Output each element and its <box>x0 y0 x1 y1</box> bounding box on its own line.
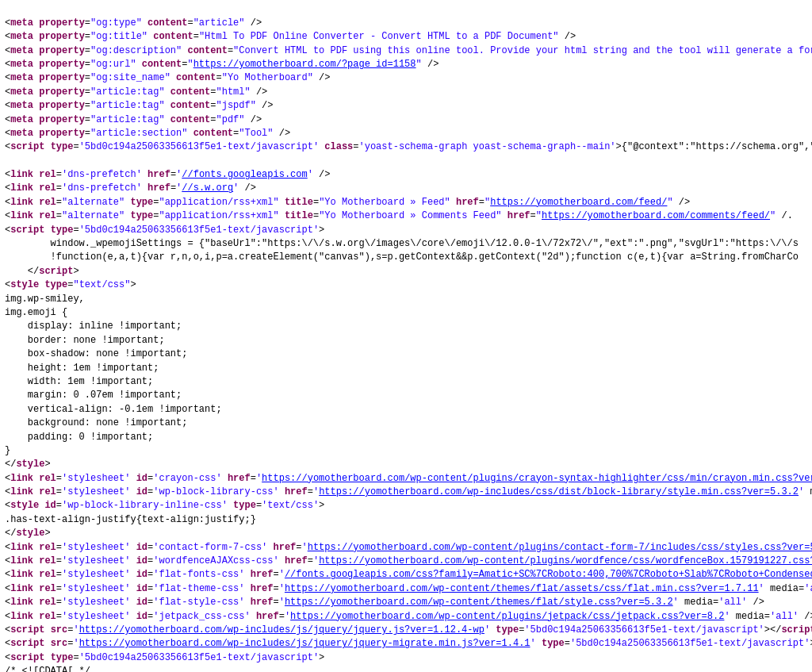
code-line: .has-text-align-justify{text-align:justi… <box>5 513 807 527</box>
code-line: <meta property="og:site_name" content="Y… <box>5 71 807 85</box>
code-line: <link rel='stylesheet' id='wordfenceAJAX… <box>5 555 807 568</box>
code-line: </style> <box>5 527 807 540</box>
code-line: <meta property="article:section" content… <box>5 127 807 140</box>
code-line: <link rel='stylesheet' id='jetpack_css-c… <box>5 610 807 624</box>
code-line: <link rel="alternate" type="application/… <box>5 209 807 223</box>
code-line: width: 1em !important; <box>5 375 807 389</box>
code-line: </style> <box>5 458 807 471</box>
code-line: img.wp-smiley, <box>5 293 807 306</box>
code-line: <script type='5bd0c194a25063356613f5e1-t… <box>5 140 807 154</box>
code-line: <link rel='stylesheet' id='wp-block-libr… <box>5 486 807 499</box>
code-line: margin: 0 .07em !important; <box>5 389 807 402</box>
code-line: height: 1em !important; <box>5 362 807 375</box>
code-line: <script type='5bd0c194a25063356613f5e1-t… <box>5 224 807 237</box>
code-line: <link rel='stylesheet' id='flat-theme-cs… <box>5 582 807 596</box>
code-line: <meta property="og:url" content="https:/… <box>5 58 807 71</box>
code-line: <meta property="og:type" content="articl… <box>5 17 807 30</box>
code-line <box>5 155 807 168</box>
code-line: window._wpemojiSettings = {"baseUrl":"ht… <box>5 237 807 251</box>
code-line: <meta property="article:tag" content="ht… <box>5 86 807 99</box>
code-line: <link rel='dns-prefetch' href='//fonts.g… <box>5 168 807 182</box>
code-line: } <box>5 444 807 458</box>
code-line: <link rel='dns-prefetch' href='//s.w.org… <box>5 182 807 195</box>
code-line: <link rel='stylesheet' id='flat-fonts-cs… <box>5 568 807 582</box>
code-line: /* <![CDATA[ */ <box>5 665 807 672</box>
code-line: <style type="text/css"> <box>5 278 807 292</box>
code-line: display: inline !important; <box>5 320 807 333</box>
code-line: <link rel='stylesheet' id='flat-style-cs… <box>5 596 807 609</box>
code-line: <script src='https://yomotherboard.com/w… <box>5 637 807 651</box>
code-line: padding: 0 !important; <box>5 431 807 444</box>
code-line: </script> <box>5 265 807 278</box>
code-line: img.emoji { <box>5 306 807 320</box>
code-line: <link rel='stylesheet' id='contact-form-… <box>5 541 807 555</box>
code-viewer: <meta property="og:type" content="articl… <box>5 3 807 672</box>
code-line: !function(e,a,t){var r,n,o,i,p=a.createE… <box>5 251 807 264</box>
code-line: <style id='wp-block-library-inline-css' … <box>5 499 807 513</box>
code-line: vertical-align: -0.1em !important; <box>5 403 807 417</box>
code-line: background: none !important; <box>5 417 807 430</box>
code-line: <meta property="og:description" content=… <box>5 44 807 58</box>
code-line: box-shadow: none !important; <box>5 348 807 361</box>
code-line: border: none !important; <box>5 334 807 348</box>
code-line: <script src='https://yomotherboard.com/w… <box>5 624 807 637</box>
code-line: <link rel='stylesheet' id='crayon-css' h… <box>5 472 807 486</box>
code-line: <link rel="alternate" type="application/… <box>5 196 807 209</box>
code-line: <meta property="article:tag" content="js… <box>5 99 807 113</box>
code-line: <meta property="article:tag" content="pd… <box>5 113 807 127</box>
code-line: <meta property="og:title" content="Html … <box>5 30 807 44</box>
code-line: <script type='5bd0c194a25063356613f5e1-t… <box>5 651 807 665</box>
